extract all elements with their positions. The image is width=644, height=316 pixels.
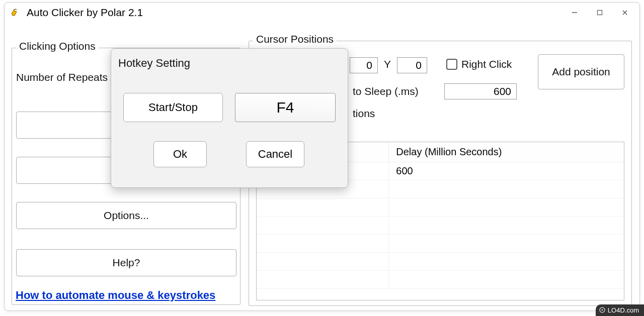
- watermark-badge: LO4D.com: [596, 304, 644, 316]
- cancel-button[interactable]: Cancel: [246, 141, 304, 167]
- help-button[interactable]: Help?: [16, 249, 236, 276]
- minimize-button[interactable]: [562, 3, 587, 23]
- sleep-label: to Sleep (.ms): [353, 85, 419, 97]
- dialog-title: Hotkey Setting: [111, 49, 348, 75]
- table-cell: 600: [389, 162, 624, 180]
- hotkey-field[interactable]: F4: [235, 93, 336, 122]
- svg-point-5: [601, 309, 603, 311]
- cursor-positions-legend: Cursor Positions: [253, 33, 337, 45]
- number-of-repeats-label: Number of Repeats: [16, 71, 108, 83]
- maximize-button[interactable]: [587, 3, 612, 23]
- window-title: Auto Clicker by Polar 2.1: [27, 7, 143, 19]
- startstop-button[interactable]: Start/Stop: [123, 93, 223, 122]
- hotkey-dialog: Hotkey Setting Start/Stop F4 Ok Cancel: [111, 48, 348, 188]
- add-position-button[interactable]: Add position: [538, 54, 624, 89]
- table-header: Delay (Million Seconds): [389, 142, 624, 162]
- checkbox-icon: [446, 59, 457, 70]
- positions-label: tions: [353, 108, 375, 120]
- close-button[interactable]: [612, 3, 637, 23]
- y-label: Y: [384, 58, 391, 70]
- svg-rect-1: [598, 11, 602, 15]
- y-input[interactable]: [397, 57, 427, 73]
- table-row[interactable]: [257, 217, 624, 235]
- table-row[interactable]: [257, 253, 624, 271]
- table-row[interactable]: [257, 271, 624, 289]
- right-click-label: Right Click: [461, 58, 512, 70]
- x-input[interactable]: [350, 57, 378, 73]
- app-icon: [10, 7, 22, 19]
- titlebar: Auto Clicker by Polar 2.1: [5, 3, 639, 23]
- automate-link[interactable]: How to automate mouse & keystrokes: [16, 289, 215, 302]
- watermark-text: LO4D.com: [608, 306, 639, 314]
- clicking-options-legend: Clicking Options: [16, 40, 99, 52]
- options-button[interactable]: Options...: [16, 202, 236, 229]
- right-click-checkbox[interactable]: Right Click: [446, 58, 512, 70]
- sleep-input[interactable]: [444, 83, 517, 99]
- ok-button[interactable]: Ok: [153, 141, 207, 167]
- table-row[interactable]: [257, 235, 624, 253]
- table-row[interactable]: [257, 198, 624, 217]
